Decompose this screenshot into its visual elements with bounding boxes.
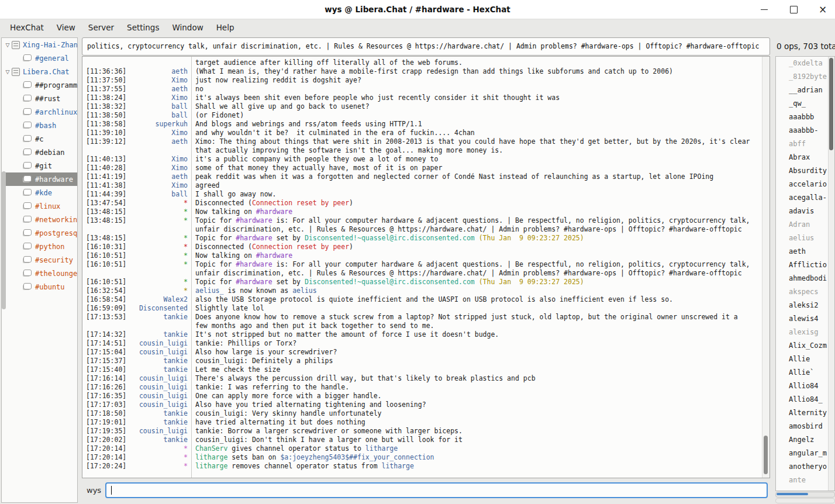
menu-view[interactable]: View	[50, 19, 82, 36]
user-list-item[interactable]: alexisg	[776, 326, 834, 339]
maximize-button[interactable]	[789, 5, 798, 13]
user-list-item[interactable]: __adrian	[776, 84, 834, 97]
nick: ball	[123, 190, 188, 199]
user-list-item[interactable]: ante	[776, 474, 834, 487]
user-list-item[interactable]: _qw_	[776, 97, 834, 111]
userlist-scrollbar-thumb[interactable]	[829, 58, 833, 150]
userlist-scrollbar[interactable]	[828, 57, 834, 491]
user-list-item[interactable]: Absurdity	[776, 164, 834, 178]
user-list-item[interactable]: aeth	[776, 245, 834, 258]
user-list-item[interactable]: alewis4	[776, 312, 834, 326]
user-list-item[interactable]: amosbird	[776, 420, 834, 433]
sidebar-item--security[interactable]: #security	[2, 253, 77, 267]
chat-scrollbar-thumb[interactable]	[764, 436, 768, 474]
user-list-item[interactable]: Angelz	[776, 433, 834, 447]
chat-line: [11:37:55]aethno	[82, 85, 762, 94]
expander-icon[interactable]: ▽	[4, 69, 12, 75]
chat-line: [17:17:03]cousin_luigiAlso have you trie…	[82, 401, 762, 409]
sidebar-item--bash[interactable]: #bash	[2, 119, 77, 132]
user-list-item[interactable]: aaabbb	[776, 111, 834, 124]
sidebar-item--python[interactable]: #python	[2, 240, 77, 253]
message-input[interactable]	[105, 482, 768, 498]
menu-settings[interactable]: Settings	[120, 19, 165, 36]
event-star: *	[123, 216, 188, 225]
tree-label: Xing-Hai-Zhan	[23, 41, 77, 49]
chat-line: [11:44:39]ballI shall go away now.	[82, 190, 762, 199]
menu-hexchat[interactable]: HexChat	[4, 19, 50, 36]
user-list-item[interactable]: anotheryo	[776, 460, 834, 474]
bottom-hscrollbar[interactable]	[775, 498, 835, 503]
user-list-item[interactable]: Afflictio	[776, 258, 834, 272]
chat-line: [16:59:09]DisconsentedSlightly late lol	[82, 304, 762, 313]
chat-scrollbar[interactable]	[762, 57, 770, 478]
timestamp: [16:10:51]	[86, 251, 126, 260]
user-list-item[interactable]: Adran	[776, 218, 834, 232]
message-text: (What I mean is, they'd rather have a mo…	[195, 67, 673, 75]
sidebar-item--linux[interactable]: #linux	[2, 199, 77, 213]
close-button[interactable]: ×	[819, 5, 827, 13]
sidebar-item--general[interactable]: #general	[2, 51, 77, 65]
message-text: few months ago and then put it back toge…	[195, 322, 434, 330]
sidebar-item--ubuntu[interactable]: #ubuntu	[2, 280, 77, 294]
message-text: Does anyone know how to remove a stuck s…	[195, 313, 738, 321]
own-nick-label[interactable]: wys	[87, 482, 101, 499]
user-list-item[interactable]: Allio84	[776, 379, 834, 393]
user-list-item[interactable]: Allie`	[776, 366, 834, 379]
chat-line: [17:20:14]*ChanServ gives channel operat…	[82, 444, 762, 453]
chat-line: [16:58:54]Walex2also the USB Storage pro…	[82, 295, 762, 304]
menu-server[interactable]: Server	[82, 19, 120, 36]
user-list-item[interactable]: ahmedbodi	[776, 272, 834, 285]
user-list-item[interactable]: abff	[776, 137, 834, 151]
user-list-item[interactable]: Allio84_	[776, 393, 834, 406]
event-star: *	[123, 278, 188, 286]
channel-icon	[23, 54, 32, 61]
sidebar-server-libera-chat[interactable]: ▽Libera.Chat	[2, 65, 77, 78]
server-tree-scrollbar[interactable]	[2, 171, 6, 309]
message-text: ChanServ gives channel operator status t…	[195, 444, 398, 453]
minimize-button[interactable]	[760, 5, 768, 13]
sidebar-item--thelounge[interactable]: #thelounge	[2, 267, 77, 280]
sidebar-item--debian[interactable]: #debian	[2, 146, 77, 159]
sidebar-item--rust[interactable]: ##rust	[2, 92, 77, 105]
user-list-item[interactable]: _0xdelta	[776, 57, 834, 70]
timestamp: [17:14:51]	[86, 339, 126, 348]
timestamp: [11:44:39]	[86, 190, 126, 199]
message-text: target audience after killing off litera…	[195, 58, 463, 67]
sidebar-item--programming[interactable]: ##programming	[2, 78, 77, 92]
user-list-item[interactable]: aaabbb-	[776, 124, 834, 137]
sidebar-item--kde[interactable]: #kde	[2, 186, 77, 199]
nick: Ximo	[123, 129, 188, 137]
user-list-item[interactable]: accelario	[776, 178, 834, 191]
expander-icon[interactable]: ▽	[4, 42, 12, 48]
channel-icon	[23, 122, 32, 128]
sidebar-item--c[interactable]: #c	[2, 132, 77, 146]
topic-bar[interactable]: politics, cryptocurrency talk, unfair di…	[82, 37, 770, 56]
user-list-item[interactable]: _8192byte	[776, 70, 834, 84]
user-list-item[interactable]: Alix_Cozm	[776, 339, 834, 353]
user-list-item[interactable]: adavis	[776, 205, 834, 218]
user-list-item[interactable]: acegalla-	[776, 191, 834, 205]
user-list-item[interactable]: Allie	[776, 353, 834, 366]
sidebar-item--networking[interactable]: #networking	[2, 213, 77, 226]
userlist-hscrollbar-thumb[interactable]	[777, 493, 808, 495]
menu-window[interactable]: Window	[165, 19, 209, 36]
sidebar-server-xing-hai-zhan[interactable]: ▽Xing-Hai-Zhan	[2, 38, 77, 51]
nick: Ximo	[123, 164, 188, 172]
sidebar-item--postgresql[interactable]: #postgresql	[2, 226, 77, 240]
user-list-item[interactable]: Abrax	[776, 151, 834, 164]
sidebar-item--archlinux[interactable]: #archlinux	[2, 105, 77, 119]
userlist-hscrollbar[interactable]	[775, 492, 835, 498]
user-list-item[interactable]: angular_m	[776, 447, 834, 460]
menu-help[interactable]: Help	[210, 19, 241, 36]
tree-label: #thelounge	[35, 270, 77, 278]
timestamp: [17:19:01]	[86, 418, 126, 427]
message-text: litharge removes channel operator status…	[195, 462, 414, 470]
user-list-item[interactable]: aelius	[776, 232, 834, 245]
sidebar-item--git[interactable]: #git	[2, 159, 77, 172]
sidebar-item--hardware[interactable]: #hardware	[2, 172, 77, 186]
nick: cousin_luigi	[123, 401, 188, 409]
user-list-item[interactable]: aleksi2	[776, 299, 834, 312]
timestamp: [17:13:53]	[86, 313, 126, 322]
user-list-item[interactable]: akspecs	[776, 285, 834, 299]
user-list-item[interactable]: Alternity	[776, 406, 834, 420]
